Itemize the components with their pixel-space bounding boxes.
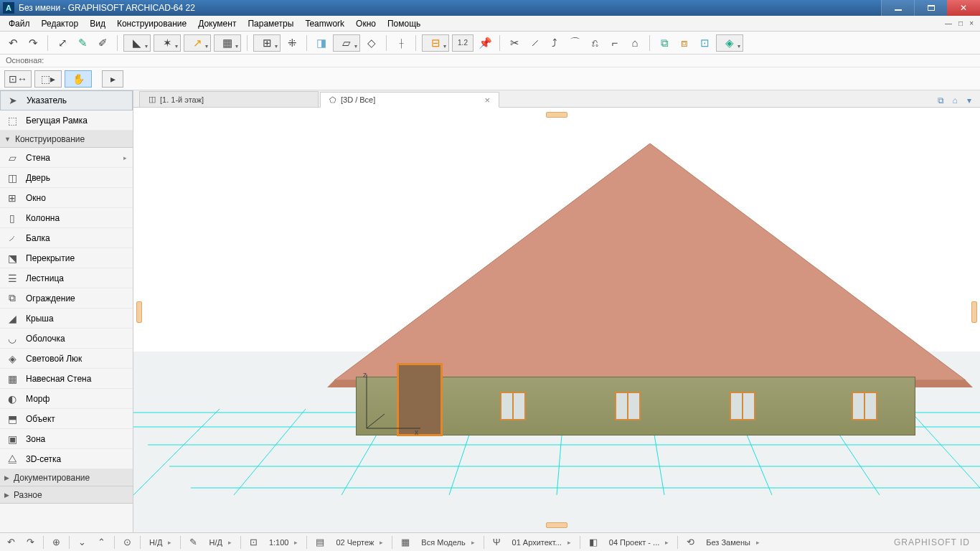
mode-pan-button[interactable]: ✋ [65,70,92,88]
tab-floor[interactable]: ◫ [1. 1-й этаж] [139,91,319,107]
mdi-maximize[interactable]: □ [956,19,966,27]
sb-redo[interactable]: ↷ [24,535,37,550]
pencil-button[interactable]: ✎ [74,34,91,52]
snap-guide-button[interactable]: ↗ [184,34,211,52]
window-maximize-button[interactable] [914,0,947,16]
sb-scale-icon[interactable]: ⊡ [247,535,260,550]
sb-model[interactable]: Вся Модель [418,535,477,550]
dim12-button[interactable]: 1.2 [452,34,473,52]
undo-button[interactable]: ↶ [4,34,22,52]
menu-file[interactable]: Файл [3,17,36,30]
join-button[interactable]: ⟋ [526,34,543,52]
tool-mesh[interactable]: ⧋3D-сетка [0,449,133,469]
tool-railing[interactable]: ⧉Ограждение [0,288,133,309]
tool-stair[interactable]: ☰Лестница [0,268,133,288]
tab-3d[interactable]: ⬠ [3D / Все] × [320,92,499,108]
sb-zoom-in[interactable]: ⊕ [50,535,63,550]
mode-arrow-button[interactable]: ▸ [102,70,123,88]
tool-pointer[interactable]: ➤ Указатель [0,90,133,110]
sb-pen-icon[interactable]: ✎ [187,535,200,550]
tool-morph[interactable]: ◐Морф [0,389,133,409]
explode-button[interactable]: ⧈ [676,34,693,52]
eyedropper-button[interactable]: ✐ [94,34,111,52]
sb-arch-icon[interactable]: Ψ [490,535,504,550]
corner-button[interactable]: ⌐ [606,34,623,52]
tool-object[interactable]: ⬒Объект [0,409,133,429]
tool-column[interactable]: ▯Колонна [0,208,133,228]
menu-help[interactable]: Помощь [382,17,426,30]
lock-button[interactable]: ⊡ [696,34,713,52]
tag-button[interactable]: ◇ [363,34,380,52]
edge-tab-right[interactable] [971,301,977,323]
group-button[interactable]: ⧉ [656,34,673,52]
mode-select-button[interactable]: ⬚▸ [34,70,62,88]
section-construct[interactable]: ▼ Конструирование [0,131,133,148]
sb-zoom-up[interactable]: ⌃ [95,535,108,550]
sb-undo[interactable]: ↶ [4,535,18,550]
window-close-button[interactable]: ✕ [947,0,980,16]
sb-replace[interactable]: Без Замены [703,535,763,550]
sb-replace-icon[interactable]: ⟲ [684,535,697,550]
mdi-minimize[interactable]: — [942,19,956,27]
fillet-button[interactable]: ⌒ [566,34,583,52]
tool-window[interactable]: ⊞Окно [0,188,133,208]
extend-button[interactable]: ⤴ [546,34,563,52]
sb-scale[interactable]: 1:100 [266,535,301,550]
sb-model-icon[interactable]: ▦ [398,535,413,550]
tool-curtain-wall[interactable]: ▦Навесная Стена [0,369,133,389]
pick-button[interactable]: ⤢ [54,34,71,52]
sb-fit[interactable]: ⊙ [121,535,134,550]
tab-close-button[interactable]: × [484,95,490,105]
dim-button[interactable]: ⊟ [422,34,449,52]
tool-skylight[interactable]: ◈Световой Люк [0,349,133,369]
section-documenting[interactable]: ▶ Документирование [0,469,133,486]
cube-button[interactable]: ◨ [313,34,330,52]
grid-toggle-button[interactable]: ⊞ [253,34,281,52]
menu-construct[interactable]: Конструирование [111,17,192,30]
menu-document[interactable]: Документ [192,17,242,30]
mode-plan-button[interactable]: ⊡↔ [4,70,32,88]
sb-nd2[interactable]: Н/Д [206,535,234,550]
snap-intersect-button[interactable]: ✶ [154,34,181,52]
section-misc[interactable]: ▶ Разное [0,486,133,504]
tab-home-button[interactable]: ⌂ [948,94,961,107]
sb-proj-icon[interactable]: ◧ [586,535,600,550]
home-button[interactable]: ⌂ [626,34,644,52]
solid-dd-button[interactable]: ◈ [716,34,743,52]
menu-window[interactable]: Окно [350,17,382,30]
tool-slab[interactable]: ⬔Перекрытие [0,248,133,268]
mdi-close[interactable]: × [966,19,977,27]
redo-button[interactable]: ↷ [24,34,42,52]
ruler-button[interactable]: ⟊ [392,34,410,52]
window-minimize-button[interactable] [881,0,914,16]
tab-menu-button[interactable]: ▾ [963,94,976,107]
offset-button[interactable]: ⎌ [586,34,603,52]
pin-button[interactable]: 📌 [476,34,494,52]
snap-grid-button[interactable]: ▦ [214,34,241,52]
menu-view[interactable]: Вид [84,17,111,30]
viewport-3d[interactable]: z x [133,108,980,532]
snap-angle-button[interactable]: ◣ [123,34,151,52]
trim-button[interactable]: ✂ [506,34,523,52]
tool-wall[interactable]: ▱Стена▸ [0,148,133,168]
layer-dd-button[interactable]: ▱ [333,34,360,52]
sb-nd1[interactable]: Н/Д [146,535,174,550]
grid-snap-button[interactable]: ⁜ [283,34,301,52]
edge-tab-left[interactable] [136,301,142,323]
tool-roof[interactable]: ◢Крыша [0,309,133,329]
sb-arch[interactable]: 01 Архитект... [509,535,574,550]
tool-beam[interactable]: ⟋Балка [0,228,133,248]
sb-layer-icon[interactable]: ▤ [313,535,327,550]
tool-marquee[interactable]: ⬚ Бегущая Рамка [0,110,133,131]
sb-zoom-dd[interactable]: ⌄ [75,535,89,550]
menu-params[interactable]: Параметры [242,17,299,30]
tool-shell[interactable]: ◡Оболочка [0,329,133,349]
sb-layer[interactable]: 02 Чертеж [333,535,386,550]
tool-zone[interactable]: ▣Зона [0,429,133,449]
edge-tab-bottom[interactable] [546,522,567,528]
tab-pop-button[interactable]: ⧉ [934,94,947,107]
menu-teamwork[interactable]: Teamwork [299,17,350,30]
menu-editor[interactable]: Редактор [36,17,85,30]
sb-proj[interactable]: 04 Проект - ... [606,535,672,550]
edge-tab-top[interactable] [546,112,567,118]
